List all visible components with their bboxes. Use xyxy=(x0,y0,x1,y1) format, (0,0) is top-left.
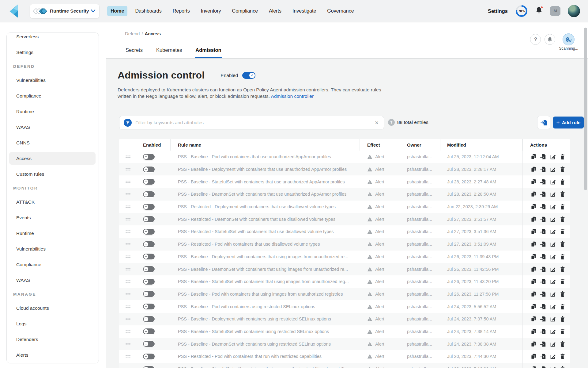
copy-rule-button[interactable] xyxy=(530,291,536,297)
rule-enabled-toggle[interactable] xyxy=(143,354,155,359)
product-switcher[interactable]: Runtime Security xyxy=(30,4,99,18)
copy-rule-button[interactable] xyxy=(530,179,536,185)
copy-rule-button[interactable] xyxy=(530,278,536,285)
drag-handle-icon[interactable] xyxy=(125,280,130,283)
delete-rule-button[interactable] xyxy=(560,154,566,160)
drag-handle-icon[interactable] xyxy=(125,255,130,258)
edit-rule-button[interactable] xyxy=(550,254,556,260)
rule-enabled-toggle[interactable] xyxy=(143,179,155,185)
drag-handle-icon[interactable] xyxy=(125,180,130,183)
rule-enabled-toggle[interactable] xyxy=(143,191,155,197)
notifications-bell-icon[interactable] xyxy=(535,6,543,16)
add-rule-button[interactable]: + Add rule xyxy=(553,117,584,128)
sidebar-item-alerts[interactable]: Alerts xyxy=(7,349,96,361)
drag-handle-icon[interactable] xyxy=(125,305,130,308)
edit-rule-button[interactable] xyxy=(550,204,556,210)
edit-rule-button[interactable] xyxy=(550,241,556,247)
rule-name[interactable]: PSS - Baseline - DaemonSet with containe… xyxy=(178,342,331,347)
copy-rule-button[interactable] xyxy=(530,216,536,222)
copy-rule-button[interactable] xyxy=(530,316,536,322)
edit-rule-button[interactable] xyxy=(550,191,556,197)
rule-enabled-toggle[interactable] xyxy=(143,254,155,259)
export-rule-button[interactable] xyxy=(540,341,546,347)
rule-name[interactable]: PSS - Baseline - StatefulSet with contai… xyxy=(178,329,329,334)
delete-rule-button[interactable] xyxy=(560,316,566,322)
rule-enabled-toggle[interactable] xyxy=(143,266,155,272)
delete-rule-button[interactable] xyxy=(560,191,566,197)
entries-help-icon[interactable]: ? xyxy=(388,119,395,126)
drag-handle-icon[interactable] xyxy=(125,168,130,171)
export-rule-button[interactable] xyxy=(540,216,546,222)
delete-rule-button[interactable] xyxy=(560,166,566,172)
drag-handle-icon[interactable] xyxy=(125,343,130,346)
export-rule-button[interactable] xyxy=(540,254,546,260)
drag-handle-icon[interactable] xyxy=(125,230,130,233)
sidebar-item-access[interactable]: Access xyxy=(9,152,96,165)
rule-enabled-toggle[interactable] xyxy=(143,167,155,172)
tab-admission[interactable]: Admission xyxy=(195,47,222,58)
copy-rule-button[interactable] xyxy=(530,341,536,347)
export-rule-button[interactable] xyxy=(540,328,546,335)
delete-rule-button[interactable] xyxy=(560,353,566,359)
sidebar-item-waas[interactable]: WAAS xyxy=(7,274,96,286)
admission-controller-link[interactable]: Admission controller xyxy=(271,94,314,99)
edit-rule-button[interactable] xyxy=(550,291,556,297)
rule-name[interactable]: PSS - Baseline - DaemonSet with containe… xyxy=(178,267,348,272)
settings-button[interactable]: Settings xyxy=(488,8,508,14)
rule-enabled-toggle[interactable] xyxy=(143,316,155,322)
sidebar-item-cloud-accounts[interactable]: Cloud accounts xyxy=(7,302,96,314)
page-scrollbar[interactable] xyxy=(584,28,587,190)
rule-name[interactable]: PSS - Baseline - Deployment with contain… xyxy=(178,316,331,321)
rule-enabled-toggle[interactable] xyxy=(143,216,155,222)
delete-rule-button[interactable] xyxy=(560,291,566,297)
edit-rule-button[interactable] xyxy=(550,316,556,322)
col-owner[interactable]: Owner xyxy=(400,139,440,151)
clear-filter-icon[interactable]: ✕ xyxy=(374,120,379,126)
sidebar-item-custom-rules[interactable]: Custom rules xyxy=(7,168,96,180)
delete-rule-button[interactable] xyxy=(560,204,566,210)
export-rule-button[interactable] xyxy=(540,204,546,210)
rule-enabled-toggle[interactable] xyxy=(143,204,155,210)
rule-name[interactable]: PSS - Baseline - DaemonSet with containe… xyxy=(178,192,346,197)
sidebar-item-logs[interactable]: Logs xyxy=(7,317,96,330)
sidebar-item-waas[interactable]: WAAS xyxy=(7,121,96,133)
drag-handle-icon[interactable] xyxy=(125,268,130,271)
copy-rule-button[interactable] xyxy=(530,204,536,210)
export-rule-button[interactable] xyxy=(540,366,546,368)
nav-item-inventory[interactable]: Inventory xyxy=(198,6,224,16)
nav-item-investigate[interactable]: Investigate xyxy=(289,6,319,16)
drag-handle-icon[interactable] xyxy=(125,193,130,196)
nav-item-reports[interactable]: Reports xyxy=(169,6,193,16)
rule-enabled-toggle[interactable] xyxy=(143,279,155,285)
rule-enabled-toggle[interactable] xyxy=(143,341,155,347)
import-rules-button[interactable] xyxy=(537,116,550,129)
sidebar-item-settings[interactable]: Settings xyxy=(7,46,96,59)
rule-enabled-toggle[interactable] xyxy=(143,304,155,309)
sidebar-item-cnns[interactable]: CNNS xyxy=(7,136,96,149)
export-rule-button[interactable] xyxy=(540,278,546,285)
rule-name[interactable]: PSS - Baseline - Deployment with contain… xyxy=(178,167,347,172)
copy-rule-button[interactable] xyxy=(530,241,536,247)
delete-rule-button[interactable] xyxy=(560,216,566,222)
export-rule-button[interactable] xyxy=(540,291,546,297)
drag-handle-icon[interactable] xyxy=(125,355,130,358)
prisma-logo[interactable] xyxy=(8,4,20,18)
drag-handle-icon[interactable] xyxy=(125,205,130,208)
sidebar-item-att-ck[interactable]: ATT&CK xyxy=(7,196,96,208)
help-button[interactable]: ? xyxy=(530,34,541,45)
rule-name[interactable]: PSS - Baseline - Pod with containers tha… xyxy=(178,154,331,159)
nav-item-governance[interactable]: Governance xyxy=(324,6,357,16)
rule-name[interactable]: PSS - Baseline - Deployment with contain… xyxy=(178,254,348,259)
edit-rule-button[interactable] xyxy=(550,166,556,172)
edit-rule-button[interactable] xyxy=(550,341,556,347)
delete-rule-button[interactable] xyxy=(560,241,566,247)
rule-name[interactable]: PSS - Restricted - Pod with containers t… xyxy=(178,242,320,247)
ai-assistant-icon[interactable]: AI xyxy=(551,6,560,16)
sidebar-item-vulnerabilities[interactable]: Vulnerabilities xyxy=(7,243,96,255)
export-rule-button[interactable] xyxy=(540,154,546,160)
export-rule-button[interactable] xyxy=(540,353,546,359)
copy-rule-button[interactable] xyxy=(530,228,536,235)
rule-enabled-toggle[interactable] xyxy=(143,328,155,334)
rule-enabled-toggle[interactable] xyxy=(143,154,155,160)
sidebar-item-defenders[interactable]: Defenders xyxy=(7,333,96,346)
